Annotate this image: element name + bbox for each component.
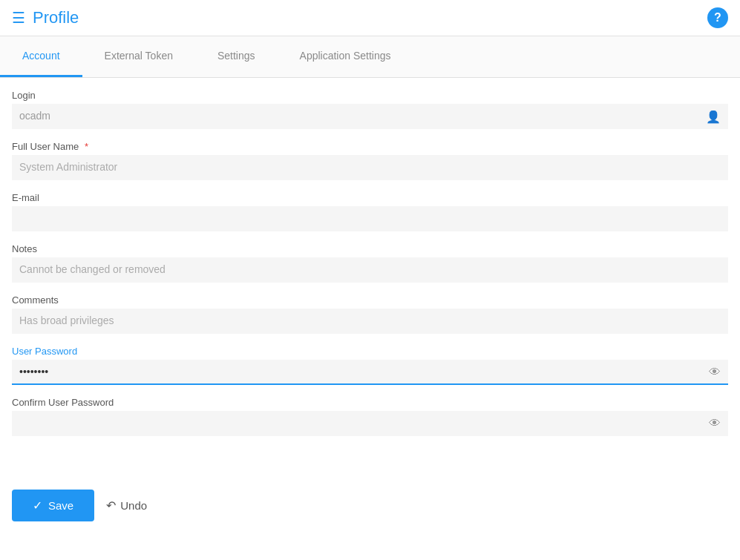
tab-account[interactable]: Account — [0, 36, 82, 77]
user-password-label: User Password — [12, 346, 728, 357]
email-group: E-mail — [12, 192, 728, 231]
help-icon[interactable]: ? — [707, 7, 728, 28]
full-user-name-label: Full User Name * — [12, 141, 728, 152]
notes-input-wrapper — [12, 257, 728, 283]
undo-button[interactable]: ↶ Undo — [106, 498, 147, 513]
confirm-user-password-input-wrapper: 👁 — [12, 411, 728, 436]
header-left: ☰ Profile — [12, 8, 79, 27]
comments-label: Comments — [12, 294, 728, 306]
notes-input — [12, 257, 728, 283]
undo-icon: ↶ — [106, 498, 116, 513]
login-group: Login 👤 — [12, 90, 728, 129]
notes-group: Notes — [12, 243, 728, 283]
page-header: ☰ Profile ? — [0, 0, 740, 36]
eye-icon[interactable]: 👁 — [709, 366, 721, 379]
email-input[interactable] — [12, 206, 728, 231]
confirm-eye-icon[interactable]: 👁 — [709, 417, 721, 430]
page-title: Profile — [33, 8, 79, 27]
tab-application-settings[interactable]: Application Settings — [278, 36, 413, 77]
email-input-wrapper — [12, 206, 728, 231]
tab-external-token[interactable]: External Token — [82, 36, 195, 77]
login-input[interactable] — [12, 104, 728, 129]
user-password-group: User Password 👁 — [12, 346, 728, 385]
id-card-icon: 👤 — [706, 110, 721, 124]
form-actions: ✓ Save ↶ Undo — [0, 478, 740, 533]
login-label: Login — [12, 90, 728, 101]
form-container: Login 👤 Full User Name * E-mail Notes Co… — [0, 78, 740, 460]
tab-settings[interactable]: Settings — [195, 36, 278, 77]
tab-bar: Account External Token Settings Applicat… — [0, 36, 740, 78]
checkmark-icon: ✓ — [33, 498, 42, 513]
save-button[interactable]: ✓ Save — [12, 490, 94, 521]
notes-label: Notes — [12, 243, 728, 254]
confirm-user-password-input[interactable] — [12, 411, 728, 436]
user-password-input[interactable] — [12, 360, 728, 385]
user-password-input-wrapper: 👁 — [12, 360, 728, 385]
full-user-name-input[interactable] — [12, 155, 728, 180]
required-star: * — [85, 141, 88, 152]
hamburger-icon[interactable]: ☰ — [12, 9, 25, 27]
comments-input[interactable] — [12, 309, 728, 334]
comments-input-wrapper — [12, 309, 728, 334]
email-label: E-mail — [12, 192, 728, 203]
full-user-name-group: Full User Name * — [12, 141, 728, 180]
confirm-user-password-label: Confirm User Password — [12, 397, 728, 408]
full-user-name-input-wrapper — [12, 155, 728, 180]
confirm-user-password-group: Confirm User Password 👁 — [12, 397, 728, 436]
login-input-wrapper: 👤 — [12, 104, 728, 129]
comments-group: Comments — [12, 294, 728, 334]
